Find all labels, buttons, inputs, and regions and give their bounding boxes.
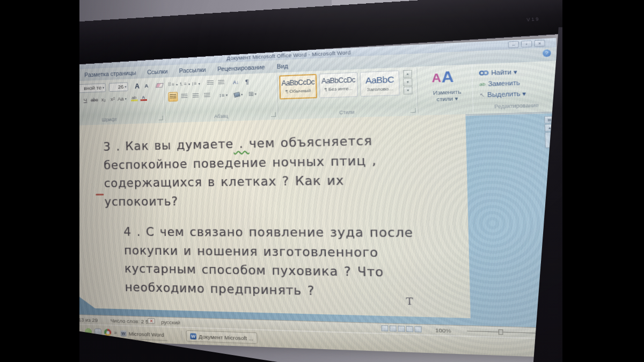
tab-references[interactable]: Ссылки — [142, 66, 174, 78]
chevron-down-icon: ▾ — [241, 92, 243, 97]
chevron-down-icon: ▾ — [176, 83, 178, 86]
binoculars-icon — [479, 70, 489, 76]
align-left-icon — [170, 94, 176, 100]
decrease-indent-button[interactable] — [206, 78, 216, 88]
font-group: вной те▾ 26▾ А А Ч abc x — [79, 78, 165, 125]
styles-scroll-up-button[interactable]: ▴ — [403, 70, 412, 78]
replace-button[interactable]: ab Заменить — [479, 78, 520, 89]
indent-right-icon — [218, 80, 224, 85]
chevron-down-icon: ▾ — [125, 85, 126, 88]
replace-icon: ab — [479, 81, 485, 87]
chevron-down-icon: ▾ — [254, 92, 256, 96]
indent-left-icon — [207, 80, 214, 86]
view-print-layout-button[interactable] — [381, 326, 388, 331]
styles-scroll-down-button[interactable]: ▾ — [403, 78, 412, 86]
taskbar-overflow-chevron[interactable]: » — [114, 330, 117, 336]
clear-formatting-button[interactable] — [155, 80, 164, 90]
view-outline-button[interactable] — [406, 326, 413, 332]
style-card-normal[interactable]: AaBbCcDc ¶ Обычный — [279, 74, 317, 100]
scroll-up-icon[interactable]: ▴ — [544, 124, 555, 131]
eraser-icon — [155, 83, 163, 87]
shrink-font-button[interactable]: А — [142, 81, 151, 91]
select-arrow-icon: ↖ — [480, 92, 485, 98]
letterbox-right — [562, 0, 644, 362]
paragraph-3: 3 . Как вы думаете . чем объясняется бес… — [103, 131, 378, 211]
font-color-button[interactable]: А — [138, 93, 148, 102]
superscript-button[interactable]: x² — [108, 94, 118, 104]
minimize-button[interactable]: – — [508, 41, 519, 48]
dialog-launcher-icon[interactable] — [158, 116, 163, 121]
numbering-button[interactable]: ⒈≡▾ — [179, 79, 190, 89]
style-card-no-spacing[interactable]: AaBbCcDc ¶ Без инте... — [319, 72, 358, 98]
subscript-button[interactable]: x₂ — [99, 94, 108, 104]
quick-launch-icon[interactable] — [94, 328, 101, 336]
quick-launch-icon[interactable] — [85, 328, 92, 336]
justify-button[interactable] — [202, 91, 213, 100]
select-button[interactable]: ↖ Выделить ▾ — [480, 88, 526, 100]
find-button[interactable]: Найти ▾ — [479, 67, 517, 78]
chevron-down-icon: ▾ — [125, 97, 127, 100]
text-cursor-mark: T — [406, 295, 413, 307]
styles-gallery-more-button[interactable]: ▾ — [404, 86, 413, 94]
paragraph-group-label: Абзац — [166, 112, 277, 121]
chevron-down-icon: ▾ — [103, 85, 104, 89]
scrollbar-thumb[interactable] — [545, 132, 555, 148]
view-web-button[interactable] — [398, 326, 405, 331]
paragraph-4: 4 . С чем связано появление зуда после п… — [123, 223, 415, 303]
zoom-level[interactable]: 100% — [435, 327, 451, 334]
language-status[interactable]: русский — [161, 319, 180, 326]
taskbar-button-word[interactable]: W Microsoft Word — [117, 328, 167, 341]
strikethrough-button[interactable]: abc — [90, 95, 99, 105]
page-number-status[interactable]: Страница: 13 из 29 — [79, 316, 98, 323]
grow-font-button[interactable]: А — [133, 81, 142, 91]
ruler-toggle-icon[interactable]: ▤ — [544, 116, 555, 123]
dialog-launcher-icon[interactable] — [411, 108, 416, 113]
change-styles-label: Изменить стили ▾ — [421, 88, 473, 103]
proofing-error-icon[interactable]: ✕ — [148, 318, 155, 324]
chevron-down-icon: ▾ — [226, 93, 228, 97]
change-styles-icon: A — [431, 71, 441, 85]
paragraph-group: ⠿≡▾ ⒈≡▾ ⁝≡▾ А↓ ¶ ↕≡▾ ▾ — [165, 73, 278, 121]
change-case-button[interactable]: Aa▾ — [117, 94, 127, 104]
word-icon: W — [120, 330, 126, 337]
tab-view[interactable]: Вид — [270, 61, 294, 73]
styles-group: AaBbCcDc ¶ Обычный AaBbCcDc ¶ Без инте..… — [278, 68, 419, 118]
taskbar-button-document[interactable]: W Документ Microsoft ... — [186, 330, 258, 344]
word-icon: W — [190, 333, 196, 339]
zoom-slider-knob[interactable] — [499, 329, 503, 335]
shading-button[interactable]: ▾ — [233, 90, 244, 100]
monitor-screen: Документ Microsoft Office Word - Microso… — [79, 38, 562, 358]
align-left-button[interactable] — [168, 92, 178, 101]
align-right-button[interactable] — [191, 91, 200, 101]
view-draft-button[interactable] — [414, 326, 422, 333]
multilevel-list-button[interactable]: ⁝≡▾ — [191, 79, 201, 88]
monitor-logo: V19 — [526, 16, 540, 23]
style-card-heading[interactable]: AaBbC Заголово... — [360, 70, 400, 97]
browser-icon[interactable] — [104, 329, 111, 336]
show-marks-button[interactable]: ¶ — [242, 77, 252, 87]
paint-bucket-icon — [233, 92, 240, 98]
close-button[interactable]: × — [534, 40, 545, 47]
view-fullscreen-button[interactable] — [390, 326, 397, 331]
bullets-button[interactable]: ⠿≡▾ — [168, 80, 178, 90]
grammar-squiggle: . — [233, 137, 249, 151]
borders-button[interactable]: ⊞▾ — [247, 89, 258, 99]
align-center-button[interactable] — [179, 92, 189, 101]
highlight-color-button[interactable]: ab — [129, 93, 139, 103]
align-center-icon — [181, 94, 187, 99]
window-controls: – ▫ × — [508, 40, 545, 48]
vertical-scrollbar[interactable]: ▤ ▴ — [544, 116, 555, 148]
editing-group: Найти ▾ ab Заменить ↖ Выделить ▾ Редакти… — [475, 61, 558, 112]
maximize-button[interactable]: ▫ — [521, 40, 532, 48]
chevron-down-icon: ▾ — [188, 82, 190, 86]
zoom-slider-track[interactable] — [467, 331, 541, 334]
font-name-combo[interactable]: вной те▾ — [79, 83, 106, 95]
sort-button[interactable]: А↓ — [231, 77, 241, 87]
editing-group-label: Редактирование — [476, 101, 558, 110]
font-size-combo[interactable]: 26▾ — [109, 82, 128, 92]
underline-button[interactable]: Ч — [80, 95, 90, 105]
line-spacing-button[interactable]: ↕≡▾ — [218, 90, 229, 100]
dialog-launcher-icon[interactable] — [271, 112, 276, 117]
change-styles-group[interactable]: A A Изменить стили ▾ — [421, 65, 473, 114]
increase-indent-button[interactable] — [216, 78, 226, 88]
